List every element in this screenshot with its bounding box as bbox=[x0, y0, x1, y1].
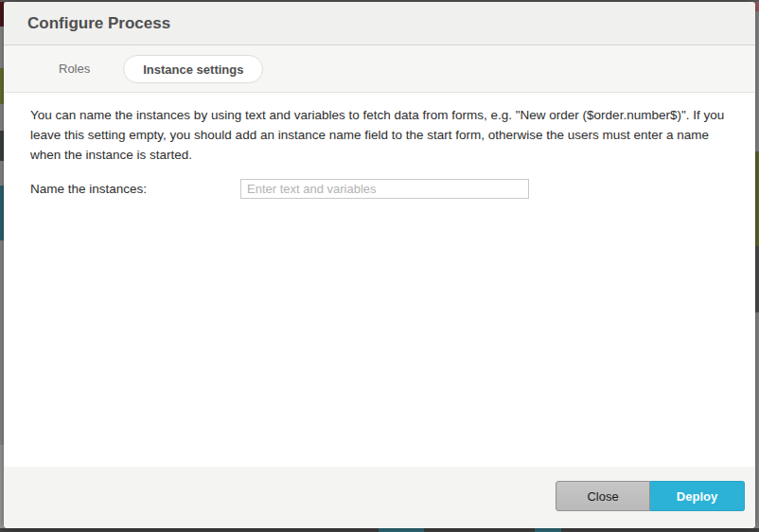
tab-instance-settings[interactable]: Instance settings bbox=[123, 55, 263, 83]
instance-name-label: Name the instances: bbox=[30, 182, 240, 196]
tab-roles[interactable]: Roles bbox=[40, 55, 109, 83]
background-edge-bottom-teal-1 bbox=[379, 528, 424, 532]
background-edge-right-olive bbox=[755, 151, 759, 246]
instance-name-form-row: Name the instances: bbox=[30, 179, 729, 199]
configure-process-dialog: Configure Process Roles Instance setting… bbox=[4, 2, 755, 528]
instance-naming-description: You can name the instances by using text… bbox=[30, 105, 729, 165]
instance-name-input[interactable] bbox=[240, 179, 529, 199]
dialog-title: Configure Process bbox=[27, 14, 170, 33]
dialog-footer: Close Deploy bbox=[4, 467, 755, 528]
background-edge-right-slate bbox=[755, 246, 759, 312]
background-edge-bottom-teal-2 bbox=[535, 528, 561, 532]
dialog-header: Configure Process bbox=[4, 2, 755, 45]
dialog-content: You can name the instances by using text… bbox=[4, 93, 755, 467]
dialog-tabs: Roles Instance settings bbox=[4, 45, 755, 93]
deploy-button[interactable]: Deploy bbox=[650, 481, 745, 511]
close-button[interactable]: Close bbox=[556, 481, 650, 511]
